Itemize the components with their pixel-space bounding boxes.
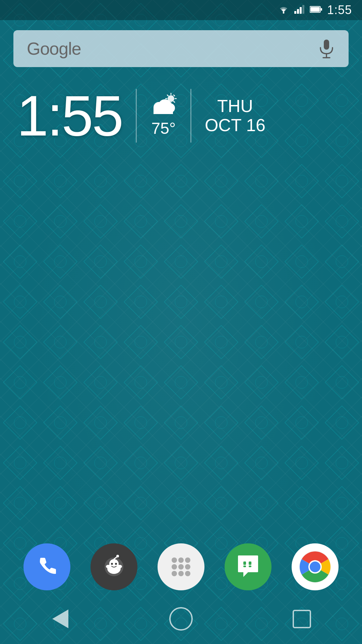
svg-point-33 — [172, 557, 177, 563]
svg-point-35 — [185, 557, 190, 563]
recent-icon — [293, 610, 311, 628]
svg-rect-45 — [249, 566, 251, 567]
svg-point-36 — [172, 564, 177, 570]
google-search-bar[interactable]: Google — [13, 30, 349, 67]
navigation-bar — [0, 594, 362, 644]
svg-point-0 — [283, 12, 284, 14]
svg-rect-42 — [243, 561, 246, 565]
date-divider — [190, 89, 191, 143]
svg-point-48 — [310, 561, 320, 572]
svg-rect-1 — [294, 11, 296, 14]
google-logo: Google — [27, 39, 81, 59]
mic-icon[interactable] — [318, 40, 335, 57]
date-date: OCT 16 — [205, 116, 265, 135]
svg-rect-43 — [243, 566, 246, 567]
date-section: THU OCT 16 — [205, 97, 265, 135]
battery-icon — [310, 6, 322, 14]
svg-line-18 — [174, 95, 175, 96]
svg-point-29 — [111, 563, 113, 565]
weather-section: 75° — [150, 94, 177, 138]
svg-rect-2 — [297, 9, 299, 14]
status-icons: 1:55 — [278, 3, 352, 17]
svg-point-28 — [117, 565, 122, 568]
dock-icon-drawer[interactable] — [158, 543, 204, 590]
home-icon — [169, 607, 193, 631]
svg-rect-3 — [300, 7, 302, 14]
svg-point-40 — [178, 571, 184, 576]
svg-rect-8 — [324, 40, 329, 50]
svg-point-27 — [106, 565, 111, 568]
svg-point-37 — [178, 564, 184, 570]
svg-line-16 — [167, 95, 168, 96]
weather-icon — [150, 94, 177, 114]
svg-rect-7 — [310, 7, 320, 12]
svg-point-38 — [185, 564, 190, 570]
dock-icon-phone[interactable] — [23, 543, 70, 590]
signal-icon — [294, 5, 305, 15]
svg-point-32 — [116, 555, 119, 557]
back-icon — [52, 609, 68, 628]
weather-temperature: 75° — [152, 119, 176, 138]
nav-home-button[interactable] — [164, 602, 198, 636]
clock-weather-widget: 1:55 75 — [17, 87, 362, 144]
svg-rect-6 — [321, 8, 322, 11]
clock-time: 1:55 — [17, 87, 122, 144]
svg-point-41 — [185, 571, 190, 576]
svg-rect-4 — [302, 5, 304, 14]
wifi-icon — [278, 5, 290, 15]
nav-recent-button[interactable] — [285, 602, 318, 636]
svg-rect-44 — [249, 561, 251, 565]
svg-rect-23 — [154, 107, 173, 114]
svg-point-39 — [172, 571, 177, 576]
svg-point-34 — [178, 557, 184, 563]
dock-icon-chrome[interactable] — [292, 543, 339, 590]
clock-divider — [136, 89, 137, 143]
nav-back-button[interactable] — [44, 602, 77, 636]
date-day: THU — [217, 97, 253, 116]
svg-point-30 — [115, 563, 117, 565]
status-bar: 1:55 — [0, 0, 362, 20]
dock-icon-hangouts[interactable] — [225, 543, 272, 590]
app-dock — [0, 543, 362, 590]
status-bar-time: 1:55 — [327, 3, 352, 17]
dock-icon-reddit[interactable] — [90, 543, 137, 590]
